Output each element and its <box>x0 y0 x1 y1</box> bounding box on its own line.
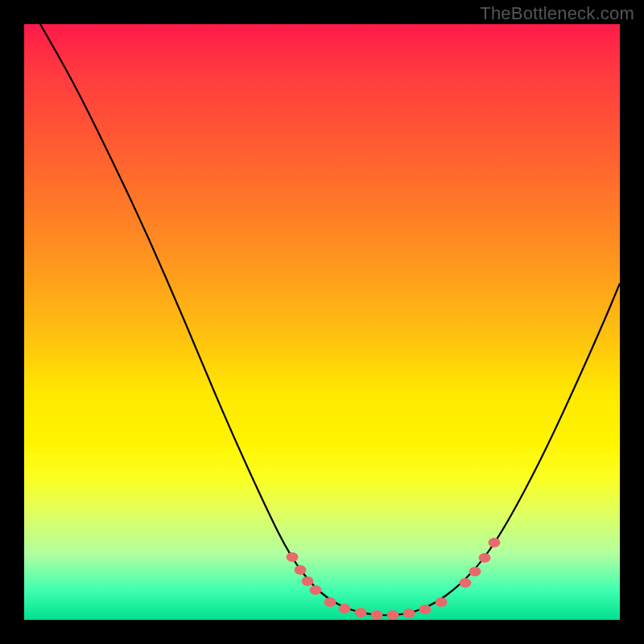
curve-marker <box>295 565 307 575</box>
curve-marker <box>460 578 472 588</box>
curve-marker <box>436 597 448 607</box>
curve-marker <box>419 605 431 614</box>
curve-marker <box>403 609 415 618</box>
curve-marker <box>339 604 351 613</box>
chart-svg <box>24 24 620 620</box>
plot-area <box>24 24 620 620</box>
curve-markers <box>287 538 501 620</box>
curve-marker <box>371 610 383 620</box>
curve-marker <box>302 576 314 586</box>
curve-marker <box>387 610 399 620</box>
curve-marker <box>479 553 491 563</box>
curve-marker <box>324 597 336 607</box>
curve-marker <box>310 585 322 595</box>
curve-marker <box>469 567 481 576</box>
bottleneck-curve <box>40 24 620 615</box>
watermark-text: TheBottleneck.com <box>480 3 634 24</box>
curve-marker <box>355 608 367 617</box>
curve-marker <box>287 552 299 562</box>
curve-marker <box>489 538 501 547</box>
